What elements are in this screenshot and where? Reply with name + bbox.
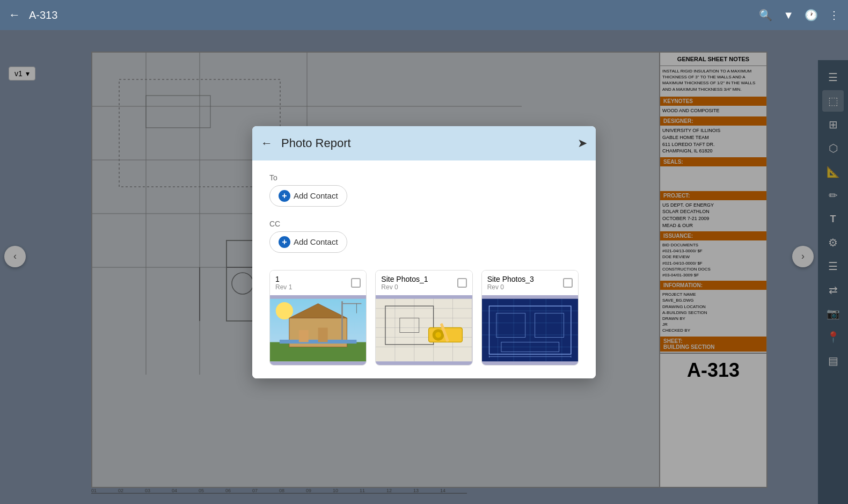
to-add-contact-label: Add Contact xyxy=(294,191,338,200)
cc-add-contact-label: Add Contact xyxy=(294,237,338,246)
photo-card-3[interactable]: Site Photos_3 Rev 0 xyxy=(481,270,579,366)
svg-rect-41 xyxy=(318,327,328,342)
cc-field-section: CC + Add Contact xyxy=(269,220,579,261)
svg-point-32 xyxy=(276,302,293,319)
photo-card-2-checkbox[interactable] xyxy=(457,278,467,288)
cc-add-contact-button[interactable]: + Add Contact xyxy=(269,231,347,253)
svg-rect-40 xyxy=(299,330,309,342)
top-bar-actions: 🔍 ▼ 🕐 ⋮ xyxy=(759,9,839,21)
photo-card-3-info: Site Photos_3 Rev 0 xyxy=(487,275,534,291)
cc-label: CC xyxy=(269,220,579,228)
photo-card-2-rev: Rev 0 xyxy=(381,283,428,291)
photo-grid: 1 Rev 1 xyxy=(269,270,579,366)
to-add-contact-button[interactable]: + Add Contact xyxy=(269,185,347,207)
filter-icon[interactable]: ▼ xyxy=(783,9,794,21)
photo-card-1-name: 1 xyxy=(275,275,292,283)
modal-title: Photo Report xyxy=(281,136,577,150)
svg-point-56 xyxy=(436,332,442,338)
to-plus-icon: + xyxy=(279,190,290,202)
photo-card-2-header: Site Photos_1 Rev 0 xyxy=(376,271,472,295)
top-bar: ← A-313 🔍 ▼ 🕐 ⋮ xyxy=(0,0,848,30)
photo-card-2-info: Site Photos_1 Rev 0 xyxy=(381,275,428,291)
modal-body: To + Add Contact CC + Add Contact 1 Rev … xyxy=(252,160,596,378)
photo-card-3-image xyxy=(482,295,578,365)
photo-card-2[interactable]: Site Photos_1 Rev 0 xyxy=(375,270,472,366)
photo-card-1[interactable]: 1 Rev 1 xyxy=(269,270,367,366)
modal-back-button[interactable]: ← xyxy=(261,136,273,150)
photo-card-1-checkbox[interactable] xyxy=(351,278,361,288)
photo-card-1-rev: Rev 1 xyxy=(275,283,292,291)
modal-send-button[interactable]: ➤ xyxy=(577,136,587,150)
modal-header: ← Photo Report ➤ xyxy=(252,126,596,160)
photo-card-1-image xyxy=(270,295,366,365)
photo-card-3-name: Site Photos_3 xyxy=(487,275,534,283)
search-icon[interactable]: 🔍 xyxy=(759,9,772,21)
cc-plus-icon: + xyxy=(279,236,290,248)
photo-card-1-info: 1 Rev 1 xyxy=(275,275,292,291)
photo-card-3-checkbox[interactable] xyxy=(563,278,573,288)
photo-card-1-header: 1 Rev 1 xyxy=(270,271,366,295)
history-icon[interactable]: 🕐 xyxy=(805,9,818,21)
photo-card-3-header: Site Photos_3 Rev 0 xyxy=(482,271,578,295)
page-title: A-313 xyxy=(29,9,759,21)
photo-card-2-image xyxy=(376,295,472,365)
back-button[interactable]: ← xyxy=(9,8,20,22)
to-field-section: To + Add Contact xyxy=(269,173,579,215)
photo-card-3-rev: Rev 0 xyxy=(487,283,534,291)
photo-report-modal: ← Photo Report ➤ To + Add Contact CC + A… xyxy=(252,126,596,378)
to-label: To xyxy=(269,173,579,182)
more-icon[interactable]: ⋮ xyxy=(829,9,839,21)
photo-card-2-name: Site Photos_1 xyxy=(381,275,428,283)
